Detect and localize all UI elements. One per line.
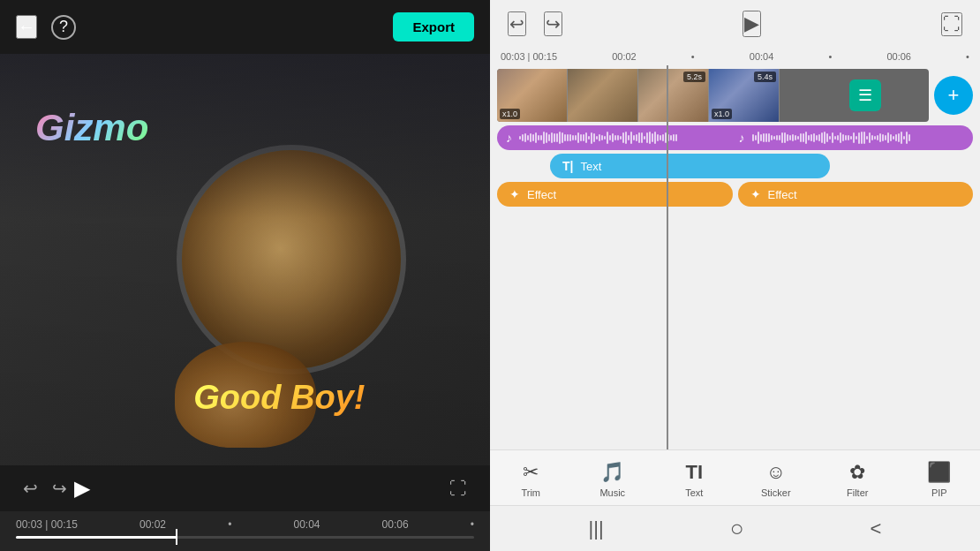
tool-text[interactable]: TI Text bbox=[667, 461, 720, 498]
filter-label: Filter bbox=[847, 487, 868, 498]
tool-filter[interactable]: ✿ Filter bbox=[831, 461, 884, 498]
nav-bar: ||| ○ < bbox=[490, 505, 980, 551]
trim-icon: ✂ bbox=[523, 461, 539, 484]
play-button-right[interactable]: ▶ bbox=[743, 11, 761, 37]
effect-label-1: Effect bbox=[527, 188, 556, 201]
right-header-icons: ↩ ↪ bbox=[508, 11, 562, 36]
text-track[interactable]: T| Text bbox=[550, 154, 830, 178]
left-controls: ↩ ↪ ▶ ⛶ bbox=[0, 465, 490, 511]
pip-label: PIP bbox=[931, 487, 947, 498]
time-t2-left: 00:02 bbox=[139, 518, 166, 531]
audio-note-icon-1: ♪ bbox=[506, 131, 512, 145]
right-header: ↩ ↪ ▶ ⛶ bbox=[490, 0, 980, 48]
text-icon: TI bbox=[685, 461, 703, 484]
back-nav-icon[interactable]: < bbox=[871, 517, 882, 540]
redo-button-left[interactable]: ↪ bbox=[45, 474, 74, 502]
music-label: Music bbox=[599, 487, 625, 498]
duration-badge-2: 5.4s bbox=[754, 72, 776, 82]
music-icon: 🎵 bbox=[600, 461, 624, 484]
ruler-t6: 00:06 bbox=[886, 51, 911, 62]
gizmo-text: Gizmo bbox=[35, 107, 148, 149]
timeline-progress-left bbox=[16, 536, 177, 539]
speed-badge-1: x1.0 bbox=[500, 109, 520, 119]
ruler-t4: 00:04 bbox=[750, 51, 774, 62]
time-t5-left: 00:06 bbox=[382, 518, 409, 531]
video-thumb-2 bbox=[568, 69, 638, 122]
timeline-needle-left bbox=[176, 529, 177, 545]
ruler-dot3: • bbox=[966, 51, 969, 62]
video-thumb-3: 5.2s bbox=[638, 69, 709, 122]
effect-track-2[interactable]: ✦ Effect bbox=[738, 182, 974, 207]
tool-pip[interactable]: ⬛ PIP bbox=[913, 461, 966, 498]
effect-icon-1: ✦ bbox=[509, 187, 520, 201]
home-nav-icon[interactable]: ○ bbox=[730, 515, 744, 542]
back-button[interactable]: ← bbox=[16, 15, 37, 39]
tool-music[interactable]: 🎵 Music bbox=[586, 461, 639, 498]
video-thumb-4: 5.4s x1.0 bbox=[709, 69, 780, 122]
time-dot1-left: • bbox=[228, 518, 231, 531]
expand-button-right[interactable]: ⛶ bbox=[941, 12, 962, 36]
speed-badge-2: x1.0 bbox=[712, 109, 732, 119]
time-t4-left: 00:04 bbox=[293, 518, 320, 531]
stack-icon[interactable]: ☰ bbox=[849, 79, 881, 111]
stack-icon-symbol: ☰ bbox=[858, 86, 872, 105]
audio-track[interactable]: ♪ // Waveform bars generated in JS below… bbox=[497, 125, 973, 150]
timeline-left: 00:03 | 00:15 00:02 • 00:04 00:06 • bbox=[0, 511, 490, 551]
text-track-label: Text bbox=[580, 160, 601, 173]
effect-tracks: ✦ Effect ✦ Effect bbox=[497, 182, 973, 207]
trim-label: Trim bbox=[521, 487, 540, 498]
left-panel: ← ? Export Gizmo Good Boy! ↩ ↪ ▶ ⛶ bbox=[0, 0, 490, 551]
effect-label-2: Effect bbox=[768, 188, 797, 201]
expand-button-left[interactable]: ⛶ bbox=[442, 475, 474, 502]
filter-icon: ✿ bbox=[849, 461, 865, 484]
ruler-timestamps: 00:03 | 00:15 00:02 • 00:04 • 00:06 • bbox=[497, 51, 973, 62]
text-track-icon: T| bbox=[562, 159, 573, 173]
time-dot2-left: • bbox=[471, 518, 474, 531]
video-track: x1.0 5.2s 5.4s x1.0 ☰ bbox=[497, 69, 973, 122]
sticker-icon: ☺ bbox=[766, 461, 786, 484]
ruler-t2: 00:02 bbox=[612, 51, 637, 62]
timeline-bar-left[interactable] bbox=[16, 536, 474, 539]
menu-nav-icon[interactable]: ||| bbox=[589, 517, 604, 540]
audio-waveform-2 bbox=[752, 132, 965, 144]
video-background: Gizmo Good Boy! bbox=[0, 54, 490, 465]
goodboy-text: Good Boy! bbox=[193, 379, 365, 417]
timeline-ruler: 00:03 | 00:15 00:02 • 00:04 • 00:06 • bbox=[490, 48, 980, 65]
help-button[interactable]: ? bbox=[51, 15, 76, 40]
right-panel: ↩ ↪ ▶ ⛶ 00:03 | 00:15 00:02 • 00:04 • 00… bbox=[490, 0, 980, 551]
text-label: Text bbox=[685, 487, 703, 498]
video-preview: Gizmo Good Boy! bbox=[0, 54, 490, 465]
effect-icon-2: ✦ bbox=[750, 187, 761, 201]
add-icon: + bbox=[948, 84, 960, 107]
play-button-left[interactable]: ▶ bbox=[74, 476, 90, 501]
ruler-dot1: • bbox=[691, 51, 695, 62]
redo-button-right[interactable]: ↪ bbox=[544, 11, 562, 36]
left-timestamps: 00:03 | 00:15 00:02 • 00:04 00:06 • bbox=[16, 518, 474, 531]
sticker-label: Sticker bbox=[761, 487, 791, 498]
tool-trim[interactable]: ✂ Trim bbox=[504, 461, 557, 498]
ruler-t1: 00:03 | 00:15 bbox=[501, 51, 557, 62]
export-button[interactable]: Export bbox=[393, 12, 474, 42]
timeline-needle-right bbox=[667, 65, 668, 449]
timeline-area[interactable]: x1.0 5.2s 5.4s x1.0 ☰ bbox=[490, 65, 980, 449]
audio-note-icon-2: ♪ bbox=[739, 131, 745, 145]
ruler-dot2: • bbox=[828, 51, 832, 62]
effect-track-1[interactable]: ✦ Effect bbox=[497, 182, 733, 207]
left-header: ← ? Export bbox=[0, 0, 490, 54]
time-current-left: 00:03 | 00:15 bbox=[16, 518, 78, 531]
bottom-toolbar: ✂ Trim 🎵 Music TI Text ☺ Sticker ✿ Filte… bbox=[490, 449, 980, 505]
video-thumb-1: x1.0 bbox=[497, 69, 568, 122]
tool-sticker[interactable]: ☺ Sticker bbox=[750, 461, 803, 498]
audio-waveform-1: // Waveform bars generated in JS below bbox=[519, 132, 732, 144]
undo-button-left[interactable]: ↩ bbox=[16, 474, 45, 502]
undo-button-right[interactable]: ↩ bbox=[508, 11, 526, 36]
left-header-left: ← ? bbox=[16, 15, 76, 40]
pip-icon: ⬛ bbox=[927, 461, 951, 484]
video-track-inner[interactable]: x1.0 5.2s 5.4s x1.0 ☰ bbox=[497, 69, 929, 122]
duration-badge-1: 5.2s bbox=[683, 72, 705, 82]
add-clip-button[interactable]: + bbox=[934, 76, 973, 115]
